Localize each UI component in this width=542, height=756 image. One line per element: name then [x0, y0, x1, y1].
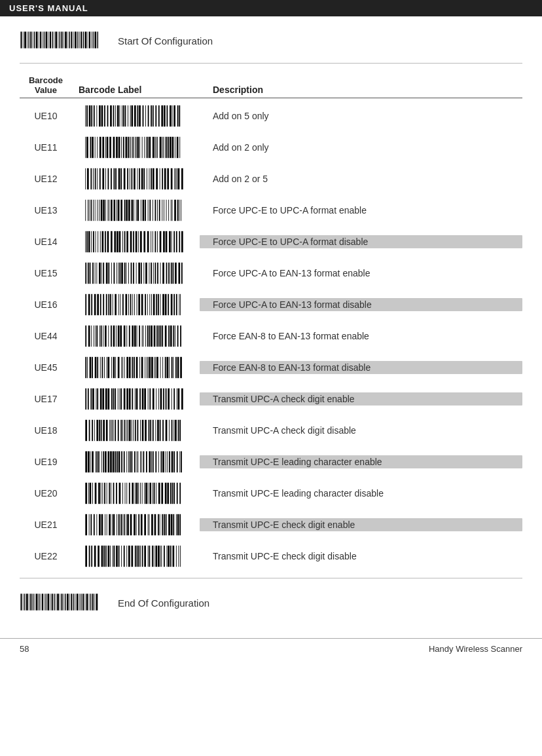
svg-rect-553 — [132, 483, 134, 504]
svg-rect-692 — [90, 594, 91, 610]
svg-rect-623 — [108, 546, 110, 567]
svg-rect-232 — [151, 231, 151, 252]
svg-rect-660 — [29, 594, 29, 610]
svg-rect-46 — [99, 105, 101, 126]
svg-rect-340 — [120, 326, 122, 347]
svg-rect-10 — [40, 31, 41, 48]
svg-rect-368 — [90, 357, 92, 378]
svg-rect-246 — [88, 263, 89, 284]
svg-rect-293 — [106, 294, 107, 315]
svg-rect-349 — [143, 326, 144, 347]
svg-rect-319 — [168, 294, 169, 315]
row-description: Force EAN-8 to EAN-13 format disable — [200, 361, 522, 374]
svg-rect-167 — [93, 200, 94, 221]
svg-rect-82 — [92, 137, 94, 158]
row-barcode — [72, 167, 200, 191]
svg-rect-53 — [117, 105, 119, 126]
svg-rect-288 — [91, 294, 92, 315]
svg-rect-568 — [165, 483, 167, 504]
table-row: UE45Force EAN-8 to EAN-13 format disable — [20, 351, 522, 383]
svg-rect-591 — [124, 514, 125, 535]
svg-rect-301 — [126, 294, 128, 315]
svg-rect-443 — [172, 388, 172, 409]
svg-rect-273 — [151, 263, 152, 284]
svg-rect-292 — [103, 294, 104, 315]
svg-rect-426 — [126, 388, 128, 409]
svg-rect-634 — [135, 546, 136, 567]
svg-rect-2 — [24, 31, 26, 48]
svg-rect-457 — [109, 420, 110, 441]
svg-rect-689 — [85, 594, 86, 610]
svg-rect-194 — [155, 200, 156, 221]
svg-rect-440 — [163, 388, 164, 409]
svg-rect-436 — [153, 388, 154, 409]
svg-rect-407 — [177, 357, 179, 378]
svg-rect-91 — [116, 137, 118, 158]
svg-rect-380 — [118, 357, 120, 378]
svg-rect-434 — [148, 388, 149, 409]
row-value: UE20 — [20, 488, 72, 499]
svg-rect-95 — [126, 137, 128, 158]
svg-rect-238 — [166, 231, 168, 252]
svg-rect-394 — [149, 357, 151, 378]
svg-rect-513 — [137, 451, 137, 472]
svg-rect-196 — [159, 200, 160, 221]
svg-rect-545 — [111, 483, 111, 504]
end-config-row: End Of Configuration — [20, 578, 522, 625]
svg-rect-217 — [107, 231, 109, 252]
svg-rect-119 — [170, 137, 172, 158]
svg-rect-575 — [85, 514, 87, 535]
svg-rect-441 — [166, 388, 167, 409]
svg-rect-203 — [174, 200, 176, 221]
row-description: Add on 5 only — [200, 111, 522, 121]
svg-rect-509 — [128, 451, 129, 472]
svg-rect-464 — [122, 420, 123, 441]
svg-rect-312 — [151, 294, 152, 315]
svg-rect-51 — [113, 105, 115, 126]
svg-rect-654 — [179, 546, 179, 567]
svg-rect-266 — [133, 263, 134, 284]
svg-rect-29 — [77, 31, 78, 48]
svg-rect-529 — [172, 451, 173, 472]
svg-rect-96 — [128, 137, 129, 158]
svg-rect-546 — [113, 483, 115, 504]
svg-rect-542 — [104, 483, 105, 504]
svg-rect-676 — [60, 594, 60, 610]
svg-rect-401 — [165, 357, 166, 378]
svg-rect-33 — [85, 31, 87, 48]
svg-rect-559 — [144, 483, 145, 504]
svg-rect-218 — [111, 231, 113, 252]
svg-rect-170 — [99, 200, 99, 221]
svg-rect-148 — [147, 168, 147, 189]
svg-rect-255 — [108, 263, 109, 284]
svg-rect-600 — [148, 514, 149, 535]
svg-rect-626 — [114, 546, 115, 567]
svg-rect-576 — [89, 514, 90, 535]
svg-rect-686 — [79, 594, 80, 610]
svg-rect-550 — [125, 483, 126, 504]
svg-rect-569 — [167, 483, 169, 504]
svg-rect-606 — [162, 514, 163, 535]
svg-rect-664 — [36, 594, 38, 610]
svg-rect-14 — [48, 31, 49, 48]
svg-rect-201 — [171, 200, 172, 221]
svg-rect-377 — [111, 357, 112, 378]
svg-rect-378 — [113, 357, 115, 378]
svg-rect-47 — [101, 105, 103, 126]
svg-rect-5 — [30, 31, 31, 48]
svg-rect-622 — [105, 546, 107, 567]
svg-rect-347 — [139, 326, 140, 347]
svg-rect-497 — [101, 451, 102, 472]
svg-rect-106 — [146, 137, 147, 158]
svg-rect-55 — [122, 105, 122, 126]
svg-rect-438 — [158, 388, 159, 409]
svg-rect-367 — [87, 357, 88, 378]
svg-rect-487 — [175, 420, 177, 441]
svg-rect-523 — [158, 451, 159, 472]
svg-rect-284 — [179, 263, 181, 284]
svg-rect-308 — [141, 294, 143, 315]
row-description: Transmit UPC-A check digit disable — [200, 425, 522, 436]
svg-rect-648 — [164, 546, 165, 567]
svg-rect-168 — [95, 200, 96, 221]
svg-rect-397 — [155, 357, 156, 378]
